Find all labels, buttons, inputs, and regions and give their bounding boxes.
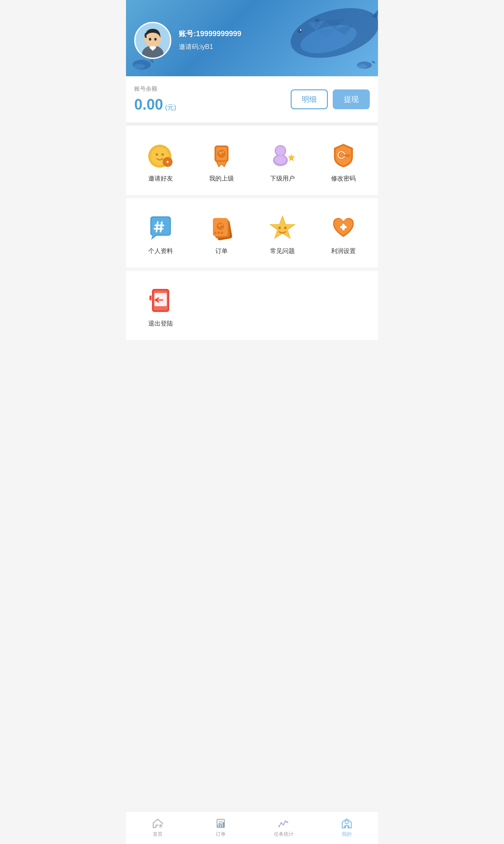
menu-grid-1: 邀请好友 (130, 134, 374, 191)
main-content: 账号:19999999999 邀请码:iyB1 账号余额 0.00 (元) 明细… (126, 0, 378, 380)
header-banner: 账号:19999999999 邀请码:iyB1 (126, 0, 378, 76)
menu-grid-3: 退出登陆 (130, 279, 374, 336)
svg-point-19 (161, 153, 164, 156)
menu-section-2: 个人资料 (126, 198, 378, 267)
menu-grid-2: 个人资料 (130, 206, 374, 263)
menu-item-sub-user[interactable]: 下级用户 (252, 134, 313, 191)
profile-icon (146, 213, 175, 242)
menu-section-1: 邀请好友 (126, 126, 378, 195)
svg-point-31 (275, 156, 286, 164)
balance-number: 0.00 (134, 96, 163, 113)
account-number: 账号:19999999999 (179, 29, 241, 39)
svg-point-51 (221, 232, 223, 234)
svg-point-18 (156, 153, 158, 156)
avatar (134, 22, 171, 59)
balance-label: 账号余额 (134, 85, 176, 93)
logout-label: 退出登陆 (148, 320, 173, 328)
balance-unit: (元) (165, 103, 176, 112)
menu-item-profile[interactable]: 个人资料 (130, 206, 191, 263)
menu-item-logout[interactable]: 退出登陆 (130, 279, 191, 336)
svg-point-26 (219, 152, 222, 154)
sub-user-icon (268, 140, 297, 170)
svg-rect-36 (344, 155, 350, 156)
svg-point-48 (221, 224, 223, 225)
svg-rect-37 (348, 155, 349, 157)
menu-item-profit-settings[interactable]: 利润设置 (313, 206, 374, 263)
change-password-label: 修改密码 (331, 175, 356, 183)
order-label: 订单 (215, 247, 228, 255)
balance-info: 账号余额 0.00 (元) (134, 85, 176, 113)
user-info: 账号:19999999999 邀请码:iyB1 (179, 29, 241, 52)
svg-point-2 (298, 29, 302, 33)
svg-point-15 (159, 38, 162, 41)
svg-rect-38 (345, 155, 347, 157)
svg-point-5 (133, 64, 145, 69)
invite-friend-label: 邀请好友 (148, 175, 173, 183)
menu-item-invite-friend[interactable]: 邀请好友 (130, 134, 191, 191)
faq-icon (268, 213, 297, 242)
svg-point-14 (144, 38, 147, 41)
withdraw-button[interactable]: 提现 (333, 89, 370, 109)
menu-item-faq[interactable]: 常见问题 (252, 206, 313, 263)
my-superior-label: 我的上级 (209, 175, 234, 183)
whale-small-right-icon (355, 58, 376, 70)
svg-rect-61 (149, 295, 152, 300)
svg-point-7 (358, 64, 367, 68)
svg-point-13 (154, 38, 157, 40)
change-password-icon (329, 140, 358, 170)
svg-point-12 (149, 38, 152, 40)
logout-icon (146, 285, 175, 315)
sub-user-label: 下级用户 (270, 175, 295, 183)
detail-button[interactable]: 明细 (291, 89, 328, 109)
profile-label: 个人资料 (148, 247, 173, 255)
svg-point-49 (214, 232, 217, 234)
svg-point-30 (276, 146, 285, 155)
svg-point-35 (339, 153, 343, 157)
profit-settings-label: 利润设置 (331, 247, 356, 255)
profit-settings-icon (329, 213, 358, 242)
balance-buttons: 明细 提现 (291, 89, 370, 109)
svg-point-55 (284, 227, 287, 229)
svg-point-27 (222, 151, 224, 153)
balance-amount: 0.00 (元) (134, 96, 176, 113)
svg-point-46 (217, 223, 224, 230)
menu-item-my-superior[interactable]: 我的上级 (191, 134, 252, 191)
menu-item-change-password[interactable]: 修改密码 (313, 134, 374, 191)
svg-point-54 (278, 227, 281, 229)
menu-section-3: 退出登陆 (126, 271, 378, 340)
svg-point-47 (219, 225, 221, 227)
invite-code: 邀请码:iyB1 (179, 43, 241, 52)
order-icon (207, 213, 236, 242)
balance-section: 账号余额 0.00 (元) 明细 提现 (126, 76, 378, 126)
my-superior-icon (207, 140, 236, 170)
faq-label: 常见问题 (270, 247, 295, 255)
svg-point-50 (217, 232, 220, 234)
menu-item-order[interactable]: 订单 (191, 206, 252, 263)
svg-point-3 (300, 29, 301, 31)
svg-rect-22 (167, 161, 168, 163)
invite-friend-icon (146, 140, 175, 170)
svg-rect-57 (340, 226, 347, 228)
